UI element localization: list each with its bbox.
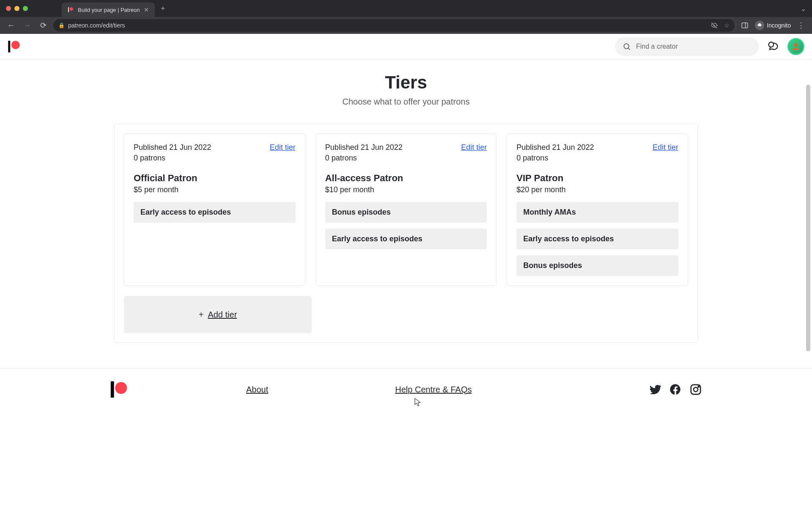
tier-benefit: Monthly AMAs xyxy=(516,202,678,223)
tier-benefit: Bonus episodes xyxy=(516,255,678,276)
patreon-footer-logo[interactable] xyxy=(110,381,128,398)
window-maximize-button[interactable] xyxy=(23,6,28,11)
tier-card: Published 21 Jun 2022 0 patrons Edit tie… xyxy=(315,133,497,286)
add-tier-button[interactable]: + Add tier xyxy=(124,296,312,333)
tier-published-date: Published 21 Jun 2022 xyxy=(516,143,594,152)
lock-icon: 🔒 xyxy=(58,22,65,28)
patreon-logo[interactable] xyxy=(8,40,20,53)
twitter-icon[interactable] xyxy=(649,383,661,396)
tier-benefit: Early access to episodes xyxy=(134,202,296,223)
page-title: Tiers xyxy=(385,72,427,93)
eye-off-icon[interactable] xyxy=(710,22,718,29)
tab-close-icon[interactable]: ✕ xyxy=(144,6,149,13)
profile-avatar[interactable] xyxy=(787,38,804,55)
url-text: patreon.com/edit/tiers xyxy=(68,22,125,29)
facebook-icon[interactable] xyxy=(669,383,682,396)
panel-icon[interactable] xyxy=(739,22,751,29)
tier-patron-count: 0 patrons xyxy=(134,154,211,163)
search-icon xyxy=(623,42,631,51)
edit-tier-link[interactable]: Edit tier xyxy=(270,143,296,152)
svg-point-5 xyxy=(11,41,20,49)
back-button[interactable]: ← xyxy=(5,21,17,30)
kebab-menu-icon[interactable]: ⋮ xyxy=(795,21,807,30)
svg-line-7 xyxy=(628,48,630,50)
tier-benefit: Early access to episodes xyxy=(325,229,487,249)
tier-price: $20 per month xyxy=(516,185,678,194)
search-placeholder: Find a creator xyxy=(636,43,678,50)
browser-tab-strip: Build your page | Patreon ✕ + ⌄ xyxy=(0,0,812,17)
tier-patron-count: 0 patrons xyxy=(516,154,594,163)
svg-point-8 xyxy=(769,42,774,47)
svg-point-11 xyxy=(115,382,127,394)
svg-point-9 xyxy=(794,43,798,47)
window-controls xyxy=(6,6,28,11)
tab-title: Build your page | Patreon xyxy=(78,7,140,13)
vertical-scrollbar[interactable] xyxy=(806,85,810,351)
tier-benefit: Bonus episodes xyxy=(325,202,487,223)
mouse-cursor-icon xyxy=(414,398,421,406)
tier-price: $5 per month xyxy=(134,185,296,194)
new-tab-button[interactable]: + xyxy=(161,4,165,13)
instagram-icon[interactable] xyxy=(689,383,702,396)
add-tier-label: Add tier xyxy=(208,310,237,320)
window-close-button[interactable] xyxy=(6,6,11,11)
tier-name: VIP Patron xyxy=(516,173,678,184)
tier-patron-count: 0 patrons xyxy=(325,154,403,163)
site-footer: About Help Centre & FAQs xyxy=(0,369,812,398)
footer-link-about[interactable]: About xyxy=(246,385,268,395)
browser-tab[interactable]: Build your page | Patreon ✕ xyxy=(62,3,155,17)
messages-icon[interactable] xyxy=(766,40,780,53)
patreon-favicon-icon xyxy=(68,6,74,13)
tabs-overflow-icon[interactable]: ⌄ xyxy=(801,5,806,13)
tier-benefit: Early access to episodes xyxy=(516,229,678,249)
incognito-icon xyxy=(755,21,764,30)
edit-tier-link[interactable]: Edit tier xyxy=(461,143,487,152)
svg-rect-4 xyxy=(8,41,10,52)
tier-price: $10 per month xyxy=(325,185,487,194)
svg-point-14 xyxy=(698,386,700,387)
plus-icon: + xyxy=(199,310,204,320)
star-icon[interactable]: ☆ xyxy=(724,22,730,29)
tier-card: Published 21 Jun 2022 0 patrons Edit tie… xyxy=(124,133,305,286)
tiers-panel: Published 21 Jun 2022 0 patrons Edit tie… xyxy=(114,124,698,343)
svg-point-0 xyxy=(70,7,73,11)
svg-rect-1 xyxy=(68,7,69,12)
svg-rect-10 xyxy=(111,381,114,398)
tier-published-date: Published 21 Jun 2022 xyxy=(325,143,403,152)
edit-tier-link[interactable]: Edit tier xyxy=(653,143,678,152)
incognito-indicator[interactable]: Incognito xyxy=(755,21,791,30)
svg-rect-2 xyxy=(742,23,748,28)
address-bar[interactable]: 🔒 patreon.com/edit/tiers ☆ xyxy=(53,19,735,32)
svg-point-13 xyxy=(694,387,698,392)
tier-name: All-access Patron xyxy=(325,173,487,184)
reload-button[interactable]: ⟳ xyxy=(37,21,49,30)
tier-card: Published 21 Jun 2022 0 patrons Edit tie… xyxy=(507,133,688,286)
site-header: Find a creator xyxy=(0,34,812,59)
incognito-label: Incognito xyxy=(767,22,791,29)
browser-toolbar: ← → ⟳ 🔒 patreon.com/edit/tiers ☆ Incogni… xyxy=(0,17,812,34)
tier-published-date: Published 21 Jun 2022 xyxy=(134,143,211,152)
forward-button: → xyxy=(21,21,33,30)
footer-link-help[interactable]: Help Centre & FAQs xyxy=(395,385,472,395)
tier-name: Official Patron xyxy=(134,173,296,184)
page-subtitle: Choose what to offer your patrons xyxy=(343,97,470,107)
search-input[interactable]: Find a creator xyxy=(615,37,759,56)
window-minimize-button[interactable] xyxy=(14,6,19,11)
svg-point-6 xyxy=(624,44,629,49)
